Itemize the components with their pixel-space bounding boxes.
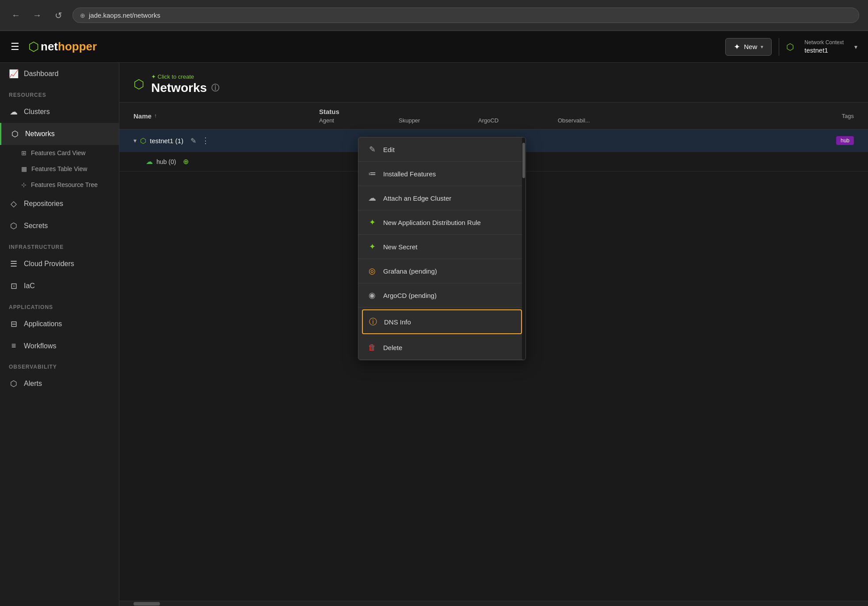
cloud-providers-icon: ☰	[9, 259, 19, 269]
argocd-label: ArgoCD (pending)	[383, 292, 437, 299]
logo-text: nethopper	[41, 40, 97, 53]
attach-edge-icon: ☁	[367, 193, 377, 203]
sidebar-section-resources: RESOURCES	[0, 85, 119, 101]
sidebar-applications-label: Applications	[24, 320, 62, 328]
context-menu-argocd[interactable]: ◉ ArgoCD (pending)	[358, 283, 525, 308]
edit-menu-icon: ✎	[367, 145, 377, 154]
attach-edge-label: Attach an Edge Cluster	[383, 194, 451, 202]
sidebar-cloud-providers-label: Cloud Providers	[24, 260, 74, 268]
sidebar-features-table-label: Features Table View	[31, 165, 87, 172]
sidebar-item-networks[interactable]: ⬡ Networks	[0, 123, 119, 145]
context-menu-installed-features[interactable]: ≔ Installed Features	[358, 162, 525, 186]
sidebar-secrets-label: Secrets	[24, 222, 48, 230]
sidebar-item-workflows[interactable]: ≡ Workflows	[0, 335, 119, 357]
context-menu-grafana[interactable]: ◎ Grafana (pending)	[358, 259, 525, 283]
edit-menu-label: Edit	[383, 146, 395, 153]
context-menu: ✎ Edit ≔ Installed Features ☁ Attach an …	[358, 137, 526, 360]
back-button[interactable]: ←	[9, 8, 23, 23]
address-icon: ⊕	[80, 12, 85, 19]
context-menu-attach-edge[interactable]: ☁ Attach an Edge Cluster	[358, 186, 525, 210]
delete-icon: 🗑	[367, 343, 377, 352]
logo-hopper: hopper	[58, 40, 97, 53]
hamburger-button[interactable]: ☰	[11, 41, 19, 53]
context-menu-scrollbar[interactable]	[522, 137, 525, 360]
features-resource-tree-icon: ⊹	[21, 181, 27, 188]
sidebar-item-features-card[interactable]: ⊞ Features Card View	[0, 145, 119, 161]
sidebar-item-features-resource-tree[interactable]: ⊹ Features Resource Tree	[0, 177, 119, 193]
new-secret-icon: ✦	[367, 242, 377, 252]
dns-info-label: DNS Info	[384, 318, 411, 326]
dashboard-icon: 📈	[9, 69, 19, 79]
argocd-icon: ◉	[367, 290, 377, 300]
sidebar-workflows-label: Workflows	[24, 342, 57, 350]
installed-features-label: Installed Features	[383, 170, 436, 178]
logo-icon: ⬡	[28, 39, 39, 54]
new-app-dist-label: New Application Distribution Rule	[383, 219, 481, 226]
sidebar-alerts-label: Alerts	[24, 380, 42, 388]
sidebar-iac-label: IaC	[24, 282, 35, 290]
context-menu-dns-info[interactable]: ⓘ DNS Info	[362, 309, 522, 334]
new-app-dist-icon: ✦	[367, 217, 377, 227]
sidebar-clusters-label: Clusters	[24, 108, 50, 116]
address-bar[interactable]: ⊕ jade.kaops.net/networks	[72, 8, 859, 23]
features-card-icon: ⊞	[21, 149, 27, 156]
sidebar-dashboard-label: Dashboard	[24, 70, 58, 78]
sidebar-section-infrastructure: INFRASTRUCTURE	[0, 237, 119, 253]
sidebar-item-secrets[interactable]: ⬡ Secrets	[0, 215, 119, 237]
url-text: jade.kaops.net/networks	[89, 11, 160, 19]
networks-icon: ⬡	[10, 129, 20, 139]
grafana-label: Grafana (pending)	[383, 267, 437, 275]
sidebar-section-applications: APPLICATIONS	[0, 297, 119, 313]
new-secret-label: New Secret	[383, 243, 418, 251]
delete-label: Delete	[383, 344, 402, 351]
app-layout: ☰ ⬡ nethopper ✦ New ▾ ⬡ Network Context …	[0, 31, 868, 606]
sidebar-item-cloud-providers[interactable]: ☰ Cloud Providers	[0, 253, 119, 275]
sidebar-features-resource-tree-label: Features Resource Tree	[31, 181, 98, 188]
logo-net: net	[41, 40, 58, 53]
sidebar: 📈 Dashboard RESOURCES ☁ Clusters ⬡ Netwo…	[0, 31, 119, 606]
sidebar-item-features-table[interactable]: ▦ Features Table View	[0, 161, 119, 177]
main-content: ⬡ ✦ Click to create Networks ⓘ Name ↑ St	[119, 31, 868, 606]
sidebar-item-dashboard[interactable]: 📈 Dashboard	[0, 63, 119, 85]
sidebar-item-clusters[interactable]: ☁ Clusters	[0, 101, 119, 123]
grafana-icon: ◎	[367, 266, 377, 276]
context-menu-new-app-dist[interactable]: ✦ New Application Distribution Rule	[358, 210, 525, 235]
sidebar-section-observability: OBSERVABILITY	[0, 357, 119, 373]
sidebar-features-card-label: Features Card View	[31, 149, 85, 156]
applications-icon: ⊟	[9, 319, 19, 329]
sidebar-item-iac[interactable]: ⊡ IaC	[0, 275, 119, 297]
context-menu-new-secret[interactable]: ✦ New Secret	[358, 235, 525, 259]
workflows-icon: ≡	[9, 341, 19, 351]
iac-icon: ⊡	[9, 281, 19, 291]
dns-info-icon: ⓘ	[368, 316, 378, 327]
sidebar-networks-label: Networks	[25, 130, 55, 138]
sidebar-item-applications[interactable]: ⊟ Applications	[0, 313, 119, 335]
repositories-icon: ◇	[9, 199, 19, 209]
context-menu-delete[interactable]: 🗑 Delete	[358, 336, 525, 360]
context-menu-overlay: ✎ Edit ≔ Installed Features ☁ Attach an …	[119, 31, 868, 606]
installed-features-icon: ≔	[367, 169, 377, 179]
forward-button[interactable]: →	[30, 8, 44, 23]
scrollbar-thumb	[522, 143, 525, 178]
sidebar-repositories-label: Repositories	[24, 200, 63, 208]
context-menu-edit[interactable]: ✎ Edit	[358, 137, 525, 162]
features-table-icon: ▦	[21, 165, 27, 172]
alerts-icon: ⬡	[9, 379, 19, 389]
sidebar-item-repositories[interactable]: ◇ Repositories	[0, 193, 119, 215]
refresh-button[interactable]: ↺	[51, 8, 65, 23]
browser-chrome: ← → ↺ ⊕ jade.kaops.net/networks	[0, 0, 868, 31]
clusters-icon: ☁	[9, 107, 19, 117]
secrets-icon: ⬡	[9, 221, 19, 231]
sidebar-item-alerts[interactable]: ⬡ Alerts	[0, 373, 119, 395]
